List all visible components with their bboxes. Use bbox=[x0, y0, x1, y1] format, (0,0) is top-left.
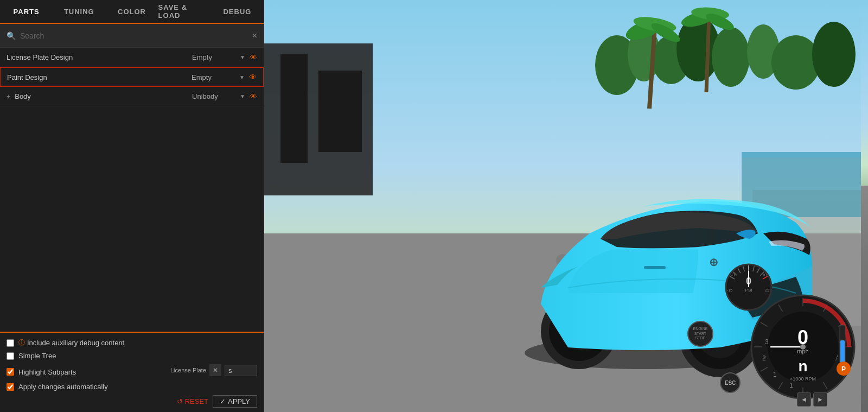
part-value-body: Unibody bbox=[192, 92, 235, 100]
checkbox-label-highlight-subparts: Highlight Subparts bbox=[18, 368, 76, 376]
tab-debug[interactable]: DEBUG bbox=[211, 0, 264, 24]
dropdown-icon-body[interactable]: ▼ bbox=[240, 93, 245, 99]
arrow-controls: ◄ ► bbox=[797, 392, 827, 407]
tab-color[interactable]: COLOR bbox=[105, 0, 158, 24]
license-plate-input[interactable] bbox=[225, 365, 257, 376]
checkbox-label-apply-auto: Apply changes automatically bbox=[18, 383, 108, 391]
checkbox-input-apply-auto[interactable] bbox=[7, 383, 14, 391]
license-plate-label: License Plate bbox=[170, 367, 206, 373]
part-value-license-plate: Empty bbox=[192, 53, 235, 61]
license-plate-row: License Plate ✕ bbox=[170, 364, 257, 376]
checkbox-aux-debug[interactable]: ⓘ Include auxiliary debug content bbox=[7, 338, 257, 347]
close-icon[interactable]: × bbox=[252, 31, 257, 41]
svg-text:PSI: PSI bbox=[745, 288, 752, 293]
esc-button[interactable]: ESC bbox=[720, 372, 741, 393]
part-row-license-plate[interactable]: License Plate Design Empty ▼ 👁 bbox=[0, 48, 264, 67]
reset-button[interactable]: ↺ RESET bbox=[177, 397, 208, 405]
search-bar: 🔍 × bbox=[0, 24, 264, 48]
apply-button[interactable]: ✓ APPLY bbox=[213, 395, 257, 408]
search-input[interactable] bbox=[20, 31, 252, 40]
action-row: ↺ RESET ✓ APPLY bbox=[7, 395, 257, 408]
apply-label: APPLY bbox=[228, 397, 250, 405]
eye-icon-license-plate[interactable]: 👁 bbox=[250, 53, 257, 62]
arrow-left-button[interactable]: ◄ bbox=[797, 392, 811, 407]
svg-text:×1000 RPM: ×1000 RPM bbox=[790, 376, 816, 382]
nav-tabs: PARTS TUNING COLOR SAVE & LOAD DEBUG bbox=[0, 0, 264, 24]
svg-text:22: 22 bbox=[765, 288, 769, 292]
parts-list: License Plate Design Empty ▼ 👁 Paint Des… bbox=[0, 48, 264, 332]
svg-text:-15: -15 bbox=[727, 288, 732, 292]
checkbox-input-highlight-subparts[interactable] bbox=[7, 368, 14, 376]
reset-label: RESET bbox=[185, 397, 208, 405]
part-value-paint-design: Empty bbox=[192, 73, 235, 81]
engine-start-button[interactable]: ENGINESTARTSTOP bbox=[687, 321, 713, 347]
checkbox-label-aux-debug: Include auxiliary debug content bbox=[27, 339, 124, 347]
tab-tuning[interactable]: TUNING bbox=[53, 0, 105, 24]
engine-label: ENGINESTARTSTOP bbox=[693, 327, 708, 340]
checkbox-apply-auto[interactable]: Apply changes automatically bbox=[7, 383, 257, 391]
esc-label: ESC bbox=[725, 380, 736, 386]
eye-icon-paint-design[interactable]: 👁 bbox=[249, 73, 257, 81]
tab-parts[interactable]: PARTS bbox=[0, 0, 53, 24]
svg-text:10: 10 bbox=[762, 273, 767, 277]
bottom-section: ⓘ Include auxiliary debug content Simple… bbox=[0, 332, 264, 412]
svg-text:P: P bbox=[841, 365, 846, 373]
arrow-right-button[interactable]: ► bbox=[813, 392, 827, 407]
license-plate-clear-button[interactable]: ✕ bbox=[209, 364, 221, 376]
dropdown-icon-paint-design[interactable]: ▼ bbox=[239, 74, 245, 80]
dropdown-icon-license-plate[interactable]: ▼ bbox=[240, 54, 245, 60]
svg-point-104 bbox=[800, 344, 806, 350]
svg-text:n: n bbox=[798, 358, 807, 375]
eye-icon-body[interactable]: 👁 bbox=[250, 92, 257, 101]
part-label-paint-design: Paint Design bbox=[7, 73, 192, 81]
checkbox-input-aux-debug[interactable] bbox=[7, 339, 14, 347]
speedometer: 3 2 1 1 6 7 5 4 0 mph n ×1000 RPM P bbox=[749, 293, 857, 401]
checkbox-label-simple-tree: Simple Tree bbox=[18, 352, 56, 360]
part-label-license-plate: License Plate Design bbox=[7, 53, 192, 61]
part-label-body: + Body bbox=[7, 92, 192, 100]
reset-icon: ↺ bbox=[177, 397, 183, 405]
svg-text:-3: -3 bbox=[731, 273, 735, 277]
left-panel: PARTS TUNING COLOR SAVE & LOAD DEBUG 🔍 ×… bbox=[0, 0, 264, 412]
check-icon: ✓ bbox=[220, 397, 226, 405]
checkbox-highlight-subparts[interactable]: Highlight Subparts bbox=[7, 368, 170, 376]
part-row-paint-design[interactable]: Paint Design Empty ▼ 👁 bbox=[0, 67, 264, 87]
svg-text:1: 1 bbox=[789, 382, 793, 389]
plus-icon-body: + bbox=[7, 92, 11, 100]
checkbox-simple-tree[interactable]: Simple Tree bbox=[7, 352, 257, 360]
svg-text:2: 2 bbox=[762, 354, 766, 362]
search-icon: 🔍 bbox=[7, 31, 16, 40]
svg-rect-100 bbox=[840, 340, 845, 363]
svg-text:1: 1 bbox=[773, 371, 777, 378]
tab-save-load[interactable]: SAVE & LOAD bbox=[158, 0, 211, 24]
part-row-body[interactable]: + Body Unibody ▼ 👁 bbox=[0, 87, 264, 106]
game-view: ⊕ 0 PSI -3 10 -15 22 bbox=[264, 0, 868, 412]
checkbox-input-simple-tree[interactable] bbox=[7, 352, 14, 360]
info-icon: ⓘ bbox=[18, 338, 25, 347]
